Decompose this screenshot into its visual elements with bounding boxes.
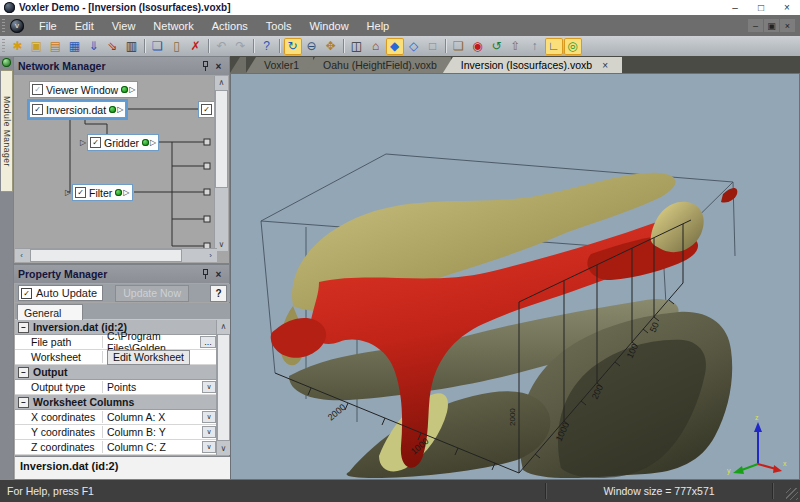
menubar-grip[interactable]: [2, 19, 5, 33]
node-inversion-dat[interactable]: ✓ Inversion.dat ▷: [29, 101, 126, 118]
mdi-restore-button[interactable]: ▣: [764, 19, 779, 32]
menu-actions[interactable]: Actions: [203, 15, 257, 36]
resize-grip[interactable]: [786, 488, 798, 500]
probe-icon[interactable]: ◎: [564, 38, 582, 55]
refresh-window-icon[interactable]: ↺: [488, 38, 506, 55]
scrollbar-thumb[interactable]: [215, 90, 228, 188]
help-pointer-icon[interactable]: ?: [258, 38, 276, 55]
node-viewer-window[interactable]: ✓ Viewer Window ▷: [29, 81, 138, 98]
dropdown-arrow-icon[interactable]: ∨: [202, 411, 216, 423]
viewport-3d[interactable]: 2000 1000 1000 200 100 50 2000: [230, 73, 800, 480]
property-help-button[interactable]: ?: [210, 285, 227, 302]
tab-general[interactable]: General: [17, 304, 83, 320]
tab-inversion-isosurfaces[interactable]: Inversion (Isosurfaces).voxb ×: [443, 57, 622, 73]
new-network-icon[interactable]: ✱: [9, 38, 27, 55]
open-icon[interactable]: ▤: [47, 38, 65, 55]
node-input-arrow[interactable]: ▷: [65, 188, 71, 197]
collapse-icon[interactable]: −: [18, 322, 29, 333]
isosurface-module-icon[interactable]: ◆: [386, 38, 404, 55]
node-output-arrow[interactable]: ▷: [129, 85, 135, 94]
export-icon[interactable]: ⇘: [104, 38, 122, 55]
network-canvas[interactable]: ✓ Viewer Window ▷ ✓ Inversion.dat ▷ ▷ ✓ …: [15, 76, 217, 251]
mdi-minimize-button[interactable]: –: [748, 19, 763, 32]
menu-view[interactable]: View: [103, 15, 145, 36]
node-output-arrow[interactable]: ▷: [123, 188, 129, 197]
scroll-right-icon[interactable]: ›: [204, 249, 217, 262]
update-now-button[interactable]: Update Now: [115, 285, 189, 302]
menu-network[interactable]: Network: [144, 15, 202, 36]
node-gridder[interactable]: ▷ ✓ Gridder ▷: [87, 134, 159, 151]
collapse-icon[interactable]: −: [18, 397, 29, 408]
scroll-left-icon[interactable]: ‹: [15, 249, 28, 262]
module-manager-tab[interactable]: Module Manager: [1, 70, 13, 192]
group-row[interactable]: − Output: [15, 365, 230, 380]
menu-edit[interactable]: Edit: [66, 15, 103, 36]
network-horizontal-scrollbar[interactable]: ‹ ›: [15, 248, 217, 262]
node-output-arrow[interactable]: ▷: [150, 138, 156, 147]
tab-oahu-heightfield[interactable]: Oahu (HeightField).voxb: [305, 57, 451, 73]
scrollbar-thumb[interactable]: [30, 249, 182, 262]
node-checkbox[interactable]: ✓: [75, 187, 86, 198]
toolbar-separator: [208, 39, 209, 53]
menu-tools[interactable]: Tools: [257, 15, 301, 36]
menu-file[interactable]: File: [30, 15, 66, 36]
menu-help[interactable]: Help: [358, 15, 399, 36]
paste-special-icon[interactable]: ❏: [450, 38, 468, 55]
node-output-arrow[interactable]: ▷: [117, 105, 123, 114]
tab-voxler1[interactable]: Voxler1: [246, 57, 313, 73]
zoom-out-icon[interactable]: ⊖: [303, 38, 321, 55]
maximize-button[interactable]: □: [748, 0, 774, 15]
close-icon[interactable]: ×: [212, 268, 225, 281]
pin-icon[interactable]: [199, 268, 212, 281]
minimize-button[interactable]: –: [722, 0, 748, 15]
scrollbar-thumb[interactable]: [217, 334, 230, 441]
node-checkbox[interactable]: ✓: [90, 137, 101, 148]
import-data-icon[interactable]: ⇓: [85, 38, 103, 55]
collapse-icon[interactable]: −: [18, 367, 29, 378]
close-icon[interactable]: ×: [212, 60, 225, 73]
node-checkbox[interactable]: ✓: [201, 104, 212, 115]
rotate-view-icon[interactable]: ↻: [284, 38, 302, 55]
new-window-icon[interactable]: ▣: [28, 38, 46, 55]
mdi-close-button[interactable]: ×: [780, 19, 795, 32]
dropdown-arrow-icon[interactable]: ∨: [202, 441, 216, 453]
menu-window[interactable]: Window: [300, 15, 357, 36]
close-button[interactable]: ×: [774, 0, 800, 15]
print-icon[interactable]: ▥: [123, 38, 141, 55]
node-checkbox[interactable]: ✓: [32, 104, 43, 115]
node-input-arrow[interactable]: ▷: [80, 138, 86, 147]
toolbar-grip[interactable]: [2, 39, 5, 53]
save-icon[interactable]: ▦: [66, 38, 84, 55]
edit-worksheet-button[interactable]: Edit Worksheet: [107, 350, 190, 365]
node-status-dot: [115, 189, 122, 196]
network-vertical-scrollbar[interactable]: ∧ ∨: [214, 76, 228, 251]
tab-close-icon[interactable]: ×: [602, 60, 608, 71]
browse-button[interactable]: ...: [200, 336, 216, 348]
dropdown-arrow-icon[interactable]: ∨: [202, 381, 216, 393]
copy-icon[interactable]: ❏: [149, 38, 167, 55]
cube-module-icon[interactable]: □: [424, 38, 442, 55]
home-view-icon[interactable]: ⌂: [367, 38, 385, 55]
dropdown-arrow-icon[interactable]: ∨: [202, 426, 216, 438]
pan-icon[interactable]: ✥: [322, 38, 340, 55]
scroll-up-icon[interactable]: ∧: [217, 320, 230, 333]
heightfield-module-icon[interactable]: ◇: [405, 38, 423, 55]
record-icon[interactable]: ◉: [469, 38, 487, 55]
auto-update-checkbox[interactable]: ✓ Auto Update: [18, 285, 103, 301]
node-checkbox[interactable]: ✓: [32, 84, 43, 95]
undo-icon[interactable]: ↶: [213, 38, 231, 55]
axes-icon[interactable]: ∟: [545, 38, 563, 55]
node-filter[interactable]: ▷ ✓ Filter ▷: [72, 184, 133, 201]
paste-icon[interactable]: ▯: [168, 38, 186, 55]
export-module-icon[interactable]: ↑: [526, 38, 544, 55]
redo-icon[interactable]: ↷: [232, 38, 250, 55]
scroll-down-icon[interactable]: ∨: [217, 442, 230, 455]
delete-icon[interactable]: ✗: [187, 38, 205, 55]
upload-icon[interactable]: ⇧: [507, 38, 525, 55]
fit-window-icon[interactable]: ◫: [348, 38, 366, 55]
property-toolbar: ✓ Auto Update Update Now ?: [15, 284, 230, 302]
group-row[interactable]: − Worksheet Columns: [15, 395, 230, 410]
scroll-up-icon[interactable]: ∧: [215, 76, 228, 89]
property-grid-scrollbar[interactable]: ∧ ∨: [216, 320, 230, 455]
pin-icon[interactable]: [199, 60, 212, 73]
